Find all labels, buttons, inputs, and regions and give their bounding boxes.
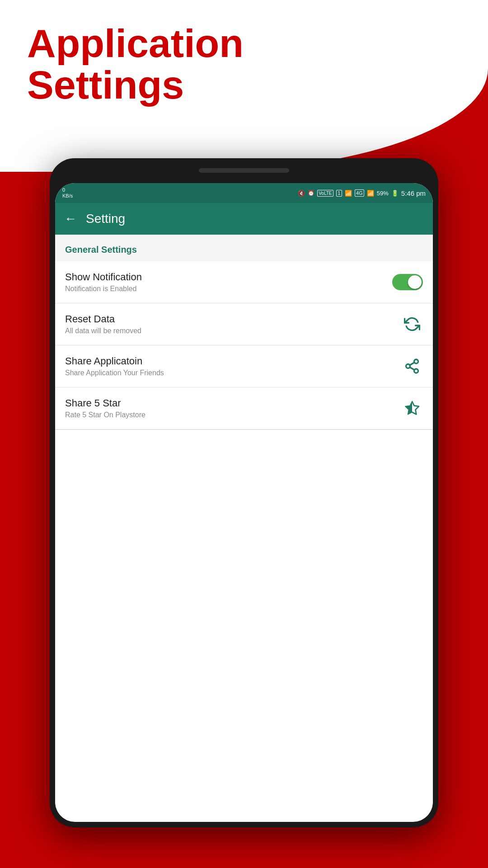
- reset-data-text: Reset Data All data will be removed: [65, 313, 401, 335]
- reset-data-subtitle: All data will be removed: [65, 327, 401, 335]
- status-bar: 0 KB/s 🔇 ⏰ VoLTE 1 📶 4G 📶 59% 🔋 5:46 pm: [55, 183, 433, 203]
- signal2-icon: 📶: [367, 190, 374, 197]
- app-bar: ← Setting: [55, 203, 433, 235]
- share-application-icon-btn: [401, 355, 423, 377]
- back-button[interactable]: ←: [64, 212, 77, 226]
- status-bar-icons: 🔇 ⏰ VoLTE 1 📶 4G 📶 59% 🔋 5:46 pm: [298, 189, 426, 197]
- show-notification-subtitle: Notification is Enabled: [65, 285, 392, 293]
- network-icon: 4G: [355, 189, 364, 197]
- refresh-icon: [404, 316, 420, 332]
- notification-toggle[interactable]: [392, 274, 423, 290]
- page-title: Application Settings: [27, 23, 244, 106]
- clock: 5:46 pm: [401, 189, 426, 197]
- toggle-knob: [408, 275, 422, 289]
- share-application-title: Share Applicatoin: [65, 355, 401, 367]
- reset-data-item[interactable]: Reset Data All data will be removed: [55, 303, 433, 345]
- bottom-divider: [55, 429, 433, 430]
- reset-data-title: Reset Data: [65, 313, 401, 325]
- share-application-subtitle: Share Application Your Friends: [65, 369, 401, 377]
- battery-text: 59%: [377, 190, 389, 197]
- reset-data-icon-btn: [401, 313, 423, 335]
- share-5-star-subtitle: Rate 5 Star On Playstore: [65, 411, 401, 419]
- share-5-star-title: Share 5 Star: [65, 397, 401, 409]
- star-icon: [404, 400, 420, 416]
- alarm-icon: ⏰: [308, 190, 314, 196]
- show-notification-text: Show Notification Notification is Enable…: [65, 271, 392, 293]
- mute-icon: 🔇: [298, 190, 305, 197]
- share-5-star-text: Share 5 Star Rate 5 Star On Playstore: [65, 397, 401, 419]
- phone-frame: 0 KB/s 🔇 ⏰ VoLTE 1 📶 4G 📶 59% 🔋 5:46 pm …: [50, 158, 438, 827]
- status-bar-speed: 0 KB/s: [62, 187, 73, 199]
- show-notification-title: Show Notification: [65, 271, 392, 283]
- battery-icon: 🔋: [391, 190, 399, 197]
- signal-icon: 📶: [345, 190, 352, 197]
- page-title-block: Application Settings: [27, 23, 244, 106]
- general-settings-section-header: General Settings: [55, 235, 433, 261]
- volte-icon: VoLTE: [317, 190, 333, 197]
- phone-screen: 0 KB/s 🔇 ⏰ VoLTE 1 📶 4G 📶 59% 🔋 5:46 pm …: [55, 183, 433, 822]
- show-notification-item[interactable]: Show Notification Notification is Enable…: [55, 261, 433, 303]
- section-header-label: General Settings: [65, 245, 137, 255]
- share-5-star-item[interactable]: Share 5 Star Rate 5 Star On Playstore: [55, 387, 433, 429]
- sim-icon: 1: [336, 190, 343, 197]
- svg-line-3: [410, 367, 414, 370]
- app-bar-title: Setting: [86, 212, 125, 226]
- share-application-item[interactable]: Share Applicatoin Share Application Your…: [55, 345, 433, 387]
- share-5-star-icon-btn: [401, 397, 423, 419]
- share-icon: [404, 358, 420, 374]
- share-application-text: Share Applicatoin Share Application Your…: [65, 355, 401, 377]
- phone-speaker: [199, 168, 289, 173]
- settings-content: General Settings Show Notification Notif…: [55, 235, 433, 430]
- settings-list: Show Notification Notification is Enable…: [55, 261, 433, 430]
- svg-line-4: [410, 363, 414, 365]
